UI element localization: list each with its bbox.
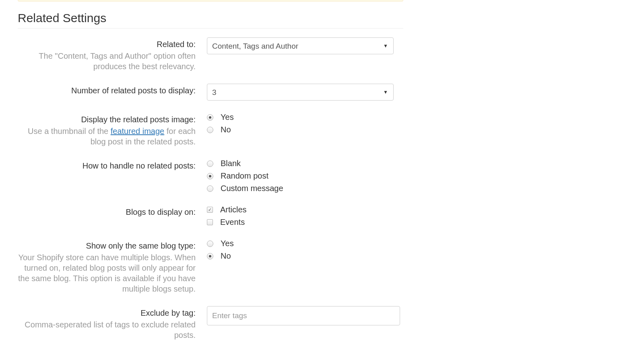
row-no-related: How to handle no related posts: Blank Ra… [18, 159, 420, 193]
radio-icon [207, 173, 213, 179]
label-col: Display the related posts image: Use a t… [18, 113, 207, 147]
help-related-to: The "Content, Tags and Author" option of… [18, 51, 196, 72]
label-col: Number of related posts to display: [18, 84, 207, 95]
radio-label: Yes [221, 113, 234, 122]
check-opt-articles[interactable]: Articles [207, 205, 420, 214]
control-col [207, 306, 420, 325]
checkbox-icon [207, 207, 213, 213]
radio-list-no-related: Blank Random post Custom message [207, 159, 420, 193]
select-related-to[interactable]: Content, Tags and Author [207, 37, 394, 54]
label-same-blog: Show only the same blog type: [18, 241, 196, 251]
control-col: Content, Tags and Author [207, 37, 420, 54]
control-col: Yes No [207, 239, 420, 261]
radio-opt-random[interactable]: Random post [207, 171, 420, 181]
alert-strip [18, 0, 403, 2]
check-label: Articles [220, 205, 247, 214]
row-num-posts: Number of related posts to display: 3 [18, 84, 420, 101]
row-exclude-tag: Exclude by tag: Comma-seperated list of … [18, 306, 420, 340]
radio-label: No [221, 125, 231, 134]
label-blogs-display: Blogs to display on: [18, 208, 196, 217]
label-related-to: Related to: [18, 40, 196, 49]
radio-icon [207, 160, 213, 167]
help-exclude-tag: Comma-seperated list of tags to exclude … [18, 319, 196, 340]
radio-list-display-image: Yes No [207, 113, 420, 134]
control-col: Blank Random post Custom message [207, 159, 420, 193]
help-display-image: Use a thumbnail of the featured image fo… [18, 126, 196, 147]
radio-label: Yes [221, 239, 234, 248]
radio-label: No [221, 251, 231, 261]
row-display-image: Display the related posts image: Use a t… [18, 113, 420, 147]
select-wrap-related-to: Content, Tags and Author [207, 37, 394, 54]
radio-opt-blank[interactable]: Blank [207, 159, 420, 168]
label-display-image: Display the related posts image: [18, 115, 196, 124]
radio-label: Custom message [221, 184, 283, 193]
radio-label: Blank [221, 159, 241, 168]
radio-opt-yes[interactable]: Yes [207, 113, 420, 122]
radio-list-same-blog: Yes No [207, 239, 420, 261]
radio-opt-custom[interactable]: Custom message [207, 184, 420, 193]
check-label: Events [220, 218, 245, 227]
label-col: Blogs to display on: [18, 205, 207, 217]
help-same-blog: Your Shopify store can have multiple blo… [18, 252, 196, 294]
label-col: Show only the same blog type: Your Shopi… [18, 239, 207, 294]
link-featured-image[interactable]: featured image [111, 127, 164, 136]
row-blogs-display: Blogs to display on: Articles Events [18, 205, 420, 227]
label-num-posts: Number of related posts to display: [18, 86, 196, 95]
help-pre: Use a thumbnail of the [28, 127, 111, 136]
control-col: Articles Events [207, 205, 420, 227]
radio-icon [207, 127, 213, 133]
control-col: 3 [207, 84, 420, 101]
input-exclude-tag[interactable] [207, 306, 400, 325]
row-same-blog: Show only the same blog type: Your Shopi… [18, 239, 420, 294]
label-col: Related to: The "Content, Tags and Autho… [18, 37, 207, 72]
radio-label: Random post [221, 171, 268, 181]
radio-icon [207, 241, 213, 247]
select-wrap-num-posts: 3 [207, 84, 394, 101]
checkbox-icon [207, 219, 213, 225]
row-related-to: Related to: The "Content, Tags and Autho… [18, 37, 420, 72]
check-list-blogs: Articles Events [207, 205, 420, 227]
control-col: Yes No [207, 113, 420, 134]
section-title: Related Settings [18, 11, 403, 29]
label-col: Exclude by tag: Comma-seperated list of … [18, 306, 207, 340]
select-num-posts[interactable]: 3 [207, 84, 394, 101]
radio-opt-no[interactable]: No [207, 125, 420, 134]
radio-icon [207, 114, 213, 121]
label-exclude-tag: Exclude by tag: [18, 309, 196, 318]
radio-icon [207, 185, 213, 192]
radio-opt-no[interactable]: No [207, 251, 420, 261]
radio-opt-yes[interactable]: Yes [207, 239, 420, 248]
label-col: How to handle no related posts: [18, 159, 207, 171]
radio-icon [207, 253, 213, 259]
label-no-related: How to handle no related posts: [18, 161, 196, 171]
check-opt-events[interactable]: Events [207, 218, 420, 227]
